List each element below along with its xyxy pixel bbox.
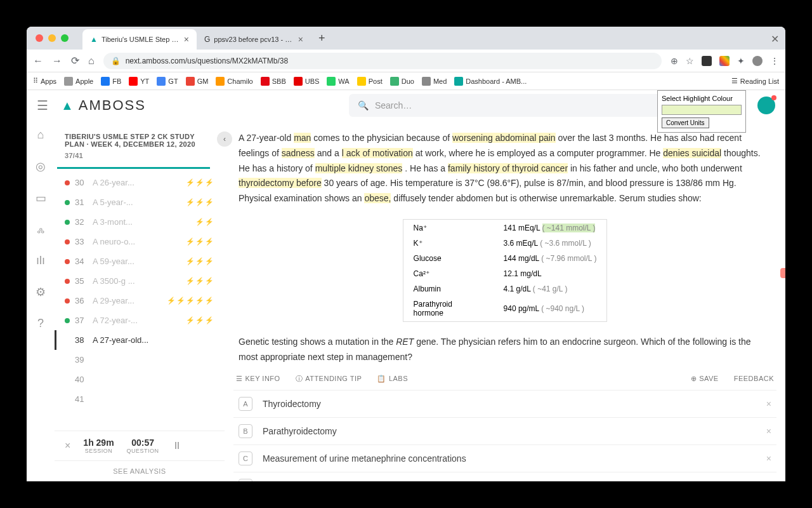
browser-tab-active[interactable]: ▲ Tiberiu's USMLE Step 2 CK stu... × xyxy=(82,29,197,50)
apps-button[interactable]: ⠿ Apps xyxy=(33,77,56,85)
question-item[interactable]: 31A 5-year-...⚡⚡⚡ xyxy=(55,192,225,212)
close-window-button[interactable] xyxy=(36,34,43,42)
bookmark-item[interactable]: Dashboard - AMB... xyxy=(454,77,527,86)
eliminate-icon[interactable]: × xyxy=(766,481,771,481)
bookmark-item[interactable]: FB xyxy=(101,77,121,86)
back-button[interactable]: ← xyxy=(33,55,43,67)
question-item[interactable]: 35A 3500-g ...⚡⚡⚡ xyxy=(55,271,225,291)
help-icon[interactable]: ? xyxy=(37,317,44,330)
key-info-button[interactable]: ☰ KEY INFO xyxy=(236,375,280,383)
question-item[interactable]: 41 xyxy=(55,389,225,409)
answer-option[interactable]: AThyroidectomy× xyxy=(233,391,776,418)
difficulty-icon: ⚡⚡⚡ xyxy=(186,257,214,265)
answer-text: Measurement of urine metanephrine concen… xyxy=(263,453,756,464)
question-item[interactable]: 39 xyxy=(55,350,225,370)
bookmark-item[interactable]: SBB xyxy=(261,77,286,86)
question-sidebar: ‹ TIBERIU'S USMLE STEP 2 CK STUDY PLAN ·… xyxy=(55,90,225,481)
home-button[interactable]: ⌂ xyxy=(88,55,95,67)
question-item[interactable]: 33A neuro-o...⚡⚡⚡ xyxy=(55,232,225,251)
question-item[interactable]: 34A 59-year...⚡⚡⚡ xyxy=(55,251,225,271)
question-item[interactable]: 32A 3-mont...⚡⚡ xyxy=(55,212,225,232)
question-preview: A 26-year... xyxy=(93,178,181,187)
avatar[interactable] xyxy=(757,97,775,114)
zoom-icon[interactable]: ⊕ xyxy=(671,56,678,66)
search-placeholder: Search… xyxy=(375,100,412,110)
labs-button[interactable]: 📋LABS xyxy=(377,375,408,383)
gear-icon[interactable]: ⚙ xyxy=(36,285,46,299)
question-item[interactable]: 40 xyxy=(55,370,225,389)
feedback-tab[interactable] xyxy=(780,268,785,278)
menu-icon[interactable]: ☰ xyxy=(37,98,48,113)
collapse-sidebar-button[interactable]: ‹ xyxy=(217,131,232,147)
answer-letter: C xyxy=(239,451,252,465)
bookmark-item[interactable]: Med xyxy=(422,77,447,86)
logo[interactable]: ▲ AMBOSS xyxy=(61,97,146,114)
minimize-window-button[interactable] xyxy=(48,34,56,42)
eliminate-icon[interactable]: × xyxy=(766,399,771,409)
window-controls xyxy=(27,27,77,50)
reload-button[interactable]: ⟳ xyxy=(71,55,79,67)
tab-close-icon[interactable]: × xyxy=(184,34,189,44)
bookmark-item[interactable]: GT xyxy=(157,77,178,86)
compass-icon[interactable]: ◎ xyxy=(36,159,46,173)
eliminate-icon[interactable]: × xyxy=(766,453,771,464)
maximize-window-button[interactable] xyxy=(61,34,69,42)
eliminate-icon[interactable]: × xyxy=(766,426,771,436)
feedback-button[interactable]: FEEDBACK xyxy=(734,375,774,382)
bookmark-item[interactable]: Chamilo xyxy=(216,77,252,86)
answer-text: Measurement of urine 5-HIAA concentratio… xyxy=(263,481,756,481)
forward-button[interactable]: → xyxy=(52,55,62,67)
question-item[interactable]: 36A 29-year...⚡⚡⚡⚡⚡ xyxy=(55,291,225,311)
answer-option[interactable]: DMeasurement of urine 5-HIAA concentrati… xyxy=(233,472,776,481)
dismiss-icon[interactable]: ✕ xyxy=(771,33,779,45)
highlight: man xyxy=(294,133,311,143)
highlight: thyroidectomy before xyxy=(239,178,322,188)
profile-icon[interactable] xyxy=(752,56,763,66)
close-timer-icon[interactable]: × xyxy=(65,440,70,451)
question-item[interactable]: 30A 26-year...⚡⚡⚡ xyxy=(55,173,225,192)
home-icon[interactable]: ⌂ xyxy=(37,128,44,142)
bookmark-item[interactable]: UBS xyxy=(294,77,320,86)
bookmark-item[interactable]: Duo xyxy=(390,77,414,86)
save-button[interactable]: ⊕ SAVE xyxy=(691,375,719,383)
book-icon[interactable]: ▭ xyxy=(36,191,46,205)
new-tab-button[interactable]: + xyxy=(311,32,333,45)
kebab-menu-icon[interactable]: ⋮ xyxy=(770,56,779,66)
answer-letter: D xyxy=(239,479,252,481)
address-bar: ← → ⟳ ⌂ 🔒 next.amboss.com/us/questions/M… xyxy=(27,50,785,72)
highlight: family history of thyroid cancer xyxy=(448,163,568,173)
bookmarks-bar: ⠿ Apps Apple FB YT GT GM Chamilo SBB UBS… xyxy=(27,72,785,90)
extensions-menu-icon[interactable]: ✦ xyxy=(737,56,745,66)
convert-units-button[interactable]: Convert Units xyxy=(662,117,709,128)
bookmark-item[interactable]: WA xyxy=(327,77,349,86)
see-analysis-button[interactable]: SEE ANALYSIS xyxy=(55,460,225,481)
question-item[interactable]: 37A 72-year-...⚡⚡⚡ xyxy=(55,311,225,330)
lab-value: 4.1 g/dL ( ~41 g/L ) xyxy=(495,282,606,296)
question-preview: A 29-year... xyxy=(93,296,162,305)
url-input[interactable]: 🔒 next.amboss.com/us/questions/MX2kMATMb… xyxy=(103,53,662,69)
pause-icon[interactable]: ⏸ xyxy=(172,440,182,451)
bookmark-item[interactable]: GM xyxy=(186,77,209,86)
lab-value: 144 mg/dL ( ~7.96 mmol/L ) xyxy=(495,251,606,265)
extension-icon[interactable] xyxy=(719,56,730,66)
tab-close-icon[interactable]: × xyxy=(298,34,303,44)
answer-option[interactable]: CMeasurement of urine metanephrine conce… xyxy=(233,445,776,472)
plan-title: TIBERIU'S USMLE STEP 2 CK STUDY PLAN · W… xyxy=(65,133,214,148)
browser-tab[interactable]: G ppsv23 before pcv13 - Google... × xyxy=(197,29,311,50)
question-item[interactable]: 38A 27-year-old... xyxy=(55,330,225,350)
answer-option[interactable]: BParathyroidectomy× xyxy=(233,418,776,445)
question-number: 41 xyxy=(75,394,88,404)
extension-icon[interactable] xyxy=(702,56,712,66)
bookmark-item[interactable]: Apple xyxy=(64,77,93,86)
status-dot xyxy=(65,220,70,225)
bookmark-item[interactable]: YT xyxy=(129,77,149,86)
reading-list-button[interactable]: ☰ Reading List xyxy=(731,77,779,85)
question-list[interactable]: 30A 26-year...⚡⚡⚡31A 5-year-...⚡⚡⚡32A 3-… xyxy=(55,169,225,431)
stethoscope-icon[interactable]: ஃ xyxy=(37,223,44,236)
status-dot xyxy=(65,200,70,205)
bookmark-star-icon[interactable]: ☆ xyxy=(686,56,694,66)
color-swatch[interactable] xyxy=(662,105,742,115)
bookmark-item[interactable]: Post xyxy=(357,77,383,86)
chart-icon[interactable]: ılı xyxy=(36,254,45,267)
attending-tip-button[interactable]: ⓘATTENDING TIP xyxy=(296,374,362,384)
